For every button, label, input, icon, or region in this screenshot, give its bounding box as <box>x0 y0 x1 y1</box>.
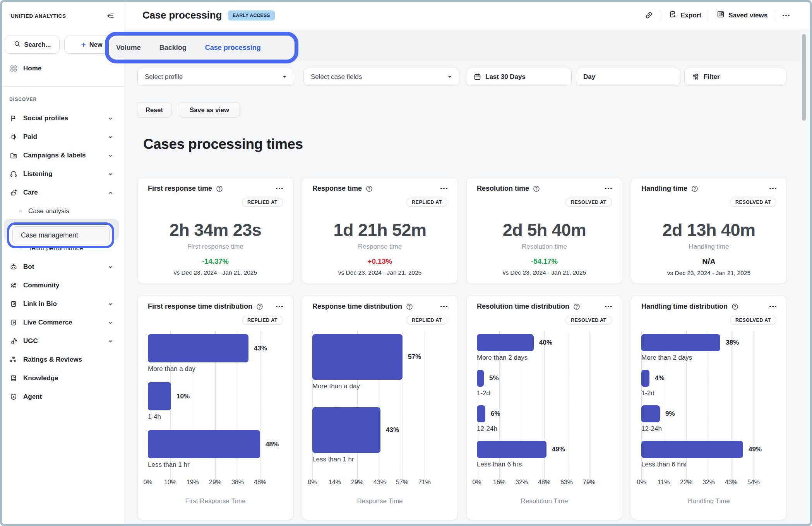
sidebar-item-live-commerce[interactable]: Live Commerce <box>0 313 124 332</box>
sidebar-item-home[interactable]: Home <box>0 59 124 78</box>
card-menu-icon[interactable] <box>440 306 447 307</box>
card-menu-icon[interactable] <box>769 188 776 190</box>
sidebar-item-care[interactable]: Care <box>0 183 124 202</box>
help-icon[interactable] <box>406 303 413 311</box>
card-menu-icon[interactable] <box>440 188 447 190</box>
collapse-sidebar-icon[interactable] <box>106 12 115 20</box>
bar-category-label: Less than 6 hrs <box>641 461 776 468</box>
card-menu-icon[interactable] <box>605 306 612 307</box>
bar-chart-plot: 43%More than a day10%1-4h48%Less than 1 … <box>148 331 283 483</box>
tab-case-processing[interactable]: Case processing <box>205 44 261 52</box>
timestamp-tag: REPLIED AT <box>406 198 447 207</box>
bar-more-than-2-days[interactable] <box>641 334 720 351</box>
search-icon <box>14 40 21 49</box>
bar-1-2d[interactable] <box>641 370 649 387</box>
select-profile-dropdown[interactable]: Select profile <box>137 68 294 86</box>
more-options-icon[interactable] <box>783 15 790 16</box>
sidebar-item-ratings-reviews[interactable]: Ratings & Reviews <box>0 350 124 369</box>
bar-row: 48%Less than 1 hr <box>148 430 283 469</box>
section-title: Cases processing times <box>143 136 303 152</box>
page-title: Case processing <box>142 9 222 21</box>
card-menu-icon[interactable] <box>769 306 776 307</box>
timestamp-tag: REPLIED AT <box>406 316 447 325</box>
home-label: Home <box>23 65 41 72</box>
help-icon[interactable] <box>573 303 581 311</box>
card-title: Response time distribution <box>312 302 402 311</box>
help-icon[interactable] <box>216 185 223 193</box>
help-icon[interactable] <box>365 185 373 193</box>
x-axis-tick: 29% <box>351 479 363 486</box>
help-icon[interactable] <box>256 303 264 311</box>
sidebar-item-campaigns-labels[interactable]: Campaigns & labels <box>0 146 124 165</box>
kpi-label: Handling time <box>641 243 776 251</box>
filter-sliders-icon <box>692 73 700 81</box>
card-title: Handling time <box>641 184 687 193</box>
x-axis-tick: 29% <box>209 479 221 486</box>
select-case-fields-dropdown[interactable]: Select case fields <box>303 68 459 86</box>
timestamp-tag: REPLIED AT <box>242 198 283 207</box>
card-title: Response time <box>312 184 362 193</box>
sidebar-item-knowledge[interactable]: Knowledge <box>0 369 124 388</box>
granularity-dropdown[interactable]: Day <box>576 68 680 86</box>
help-icon[interactable] <box>691 185 699 193</box>
bar-1-2d[interactable] <box>477 370 484 387</box>
sidebar-item-case-analysis[interactable]: Case analysis <box>0 202 124 220</box>
sidebar-item-label: Agent <box>23 393 42 401</box>
filter-button[interactable]: Filter <box>684 68 786 86</box>
x-axis-title: Resolution Time <box>477 497 612 505</box>
bar-value-label: 40% <box>539 339 552 347</box>
bar-12-24h[interactable] <box>477 405 485 422</box>
sidebar-item-community[interactable]: Community <box>0 276 124 295</box>
saved-views-button[interactable]: Saved views <box>716 10 767 20</box>
sidebar-item-bot[interactable]: Bot <box>0 258 124 276</box>
vertical-scrollbar[interactable] <box>802 34 806 121</box>
card-menu-icon[interactable] <box>605 188 612 190</box>
sidebar-item-social-profiles[interactable]: Social profiles <box>0 109 124 128</box>
help-icon[interactable] <box>731 303 739 311</box>
bar-12-24h[interactable] <box>641 405 660 422</box>
kpi-delta: -54.17% <box>477 257 612 266</box>
card-title: Resolution time distribution <box>477 302 569 311</box>
card-menu-icon[interactable] <box>276 306 283 307</box>
x-axis-tick: 43% <box>373 479 386 486</box>
select-profile-placeholder: Select profile <box>145 73 183 81</box>
sidebar-item-link-in-bio[interactable]: Link in Bio <box>0 295 124 313</box>
date-range-picker[interactable]: Last 30 Days <box>466 68 572 86</box>
sidebar-item-listening[interactable]: Listening <box>0 165 124 183</box>
sidebar-item-case-management[interactable]: Case management <box>12 226 110 244</box>
bar-more-than-a-day[interactable] <box>148 334 248 362</box>
bar-more-than-a-day[interactable] <box>312 334 403 380</box>
bar-less-than-1-hr[interactable] <box>148 430 260 458</box>
sidebar-item-ugc[interactable]: UGC <box>0 332 124 350</box>
home-grid-icon <box>9 65 18 72</box>
bar-row: 40%More than 2 days <box>477 334 612 362</box>
ugc-icon <box>9 337 18 345</box>
sidebar-item-agent[interactable]: AAgent <box>0 388 124 406</box>
card-menu-icon[interactable] <box>276 188 283 190</box>
search-button[interactable]: Search... <box>5 36 60 54</box>
bar-category-label: 1-4h <box>148 413 283 421</box>
bar-less-than-1-hr[interactable] <box>312 407 380 453</box>
tab-volume[interactable]: Volume <box>116 44 141 52</box>
bar-category-label: More than a day <box>312 383 447 390</box>
bar-row: 43%More than a day <box>148 334 283 373</box>
tab-backlog[interactable]: Backlog <box>159 44 187 52</box>
bar-less-than-6-hrs[interactable] <box>641 441 743 458</box>
export-button[interactable]: Export <box>668 10 701 20</box>
help-icon[interactable] <box>533 185 540 193</box>
tab-bar: VolumeBacklogCase processing <box>110 37 293 58</box>
sidebar-item-paid[interactable]: Paid <box>0 128 124 146</box>
bar-more-than-2-days[interactable] <box>477 334 534 351</box>
bar-1-4h[interactable] <box>148 382 171 410</box>
bar-category-label: Less than 1 hr <box>148 461 283 469</box>
save-as-view-button[interactable]: Save as view <box>179 102 240 118</box>
card-title: First response time distribution <box>148 302 252 311</box>
share-link-icon[interactable] <box>644 11 653 20</box>
x-axis-tick: 0% <box>143 479 152 486</box>
bar-less-than-6-hrs[interactable] <box>477 441 546 458</box>
sidebar-item-label: Bot <box>23 263 34 271</box>
bar-row: 57%More than a day <box>312 334 447 390</box>
headphones-icon <box>9 170 18 178</box>
reset-button[interactable]: Reset <box>137 102 171 118</box>
chart-card-handling-time-distribution: Handling time distributionRESOLVED AT38%… <box>631 295 787 520</box>
